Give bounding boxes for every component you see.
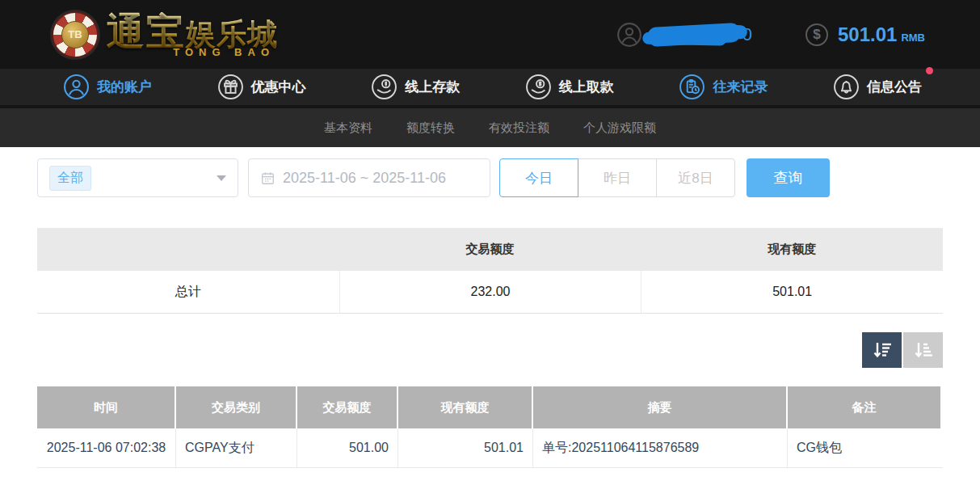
subnav-item-game-limits[interactable]: 个人游戏限额 [583, 120, 656, 136]
logo-text: 通宝娱乐城 TONG BAO [107, 12, 278, 57]
main-navigation: 我的账户 优惠中心 线上存款 线上取款 往来记录 [0, 69, 980, 108]
withdraw-coin-icon [525, 74, 552, 100]
summary-transaction-amount-value: 232.00 [339, 271, 641, 313]
date-range-input[interactable]: 2025-11-06 ~ 2025-11-06 [248, 158, 490, 197]
gift-icon [217, 74, 244, 100]
cell-summary: 单号:202511064115876589 [533, 428, 788, 467]
col-header-type: 交易类别 [176, 386, 297, 428]
cell-time: 2025-11-06 07:02:38 [37, 428, 176, 467]
col-header-summary: 摘要 [533, 386, 788, 428]
summary-header-transaction-amount: 交易额度 [339, 228, 641, 271]
nav-item-promotions[interactable]: 优惠中心 [217, 74, 306, 100]
summary-current-balance-value: 501.01 [641, 271, 943, 313]
col-header-remark: 备注 [788, 386, 940, 428]
quick-range-today-button[interactable]: 今日 [499, 158, 578, 197]
cell-current-balance: 501.01 [398, 428, 533, 467]
summary-table: 交易额度 现有额度 总计 232.00 501.01 [37, 228, 943, 314]
user-account[interactable]: 0 [616, 22, 752, 48]
records-page-content: 全部 2025-11-06 ~ 2025-11-06 今日 昨日 近8日 查询 … [0, 147, 980, 468]
nav-item-my-account[interactable]: 我的账户 [63, 74, 152, 100]
nav-item-deposit[interactable]: 线上存款 [371, 74, 460, 100]
cell-transaction-amount: 501.00 [297, 428, 398, 467]
site-logo[interactable]: TB 通宝娱乐城 TONG BAO [52, 11, 278, 58]
quick-range-yesterday-button[interactable]: 昨日 [578, 158, 657, 197]
subnav-item-valid-bets[interactable]: 有效投注额 [489, 120, 549, 136]
transaction-type-select[interactable]: 全部 [37, 158, 238, 197]
top-header: TB 通宝娱乐城 TONG BAO 0 $ 501.01 RMB [0, 0, 980, 69]
summary-total-row: 总计 232.00 501.01 [37, 271, 943, 314]
cell-type: CGPAY支付 [176, 428, 297, 467]
query-button[interactable]: 查询 [747, 158, 830, 197]
nav-item-withdrawal[interactable]: 线上取款 [525, 74, 614, 100]
nav-item-records[interactable]: 往来记录 [679, 74, 768, 100]
notification-dot [926, 67, 933, 74]
col-header-time: 时间 [37, 386, 176, 428]
deposit-coin-icon [371, 74, 397, 100]
sort-controls [37, 332, 943, 368]
records-clipboard-icon [679, 74, 705, 100]
col-header-current-balance: 现有额度 [398, 386, 533, 428]
chevron-down-icon [217, 175, 226, 181]
chip-monogram: TB [61, 21, 89, 49]
quick-range-group: 今日 昨日 近8日 [499, 158, 735, 197]
records-table-header: 时间 交易类别 交易额度 现有额度 摘要 备注 [37, 386, 943, 428]
calendar-icon [260, 171, 275, 186]
user-icon [616, 22, 642, 48]
records-table: 时间 交易类别 交易额度 现有额度 摘要 备注 2025-11-06 07:02… [37, 386, 943, 468]
sort-ascending-button[interactable] [903, 332, 943, 368]
sort-descending-icon [871, 339, 894, 361]
subnav-item-basic-info[interactable]: 基本资料 [324, 120, 372, 136]
logo-title: 通宝娱乐城 [107, 12, 278, 50]
date-range-value: 2025-11-06 ~ 2025-11-06 [283, 170, 446, 187]
bell-icon [833, 74, 860, 100]
selected-type-chip: 全部 [49, 166, 91, 191]
nav-item-announcements[interactable]: 信息公告 [833, 74, 922, 100]
summary-header-current-balance: 现有额度 [641, 228, 943, 271]
masked-username-scribble [646, 22, 741, 46]
wallet-balance[interactable]: $ 501.01 RMB [805, 23, 925, 46]
summary-total-label: 总计 [37, 271, 339, 313]
summary-table-header: 交易额度 现有额度 [37, 228, 943, 271]
subnav-item-credit-transfer[interactable]: 额度转换 [406, 120, 455, 136]
filter-toolbar: 全部 2025-11-06 ~ 2025-11-06 今日 昨日 近8日 查询 [37, 158, 943, 197]
cell-remark: CG钱包 [788, 428, 940, 467]
sort-ascending-icon [912, 339, 935, 361]
header-right: 0 $ 501.01 RMB [616, 22, 925, 48]
summary-header-blank [37, 228, 339, 271]
col-header-transaction-amount: 交易额度 [297, 386, 398, 428]
table-row: 2025-11-06 07:02:38 CGPAY支付 501.00 501.0… [37, 428, 943, 467]
account-sub-navigation: 基本资料 额度转换 有效投注额 个人游戏限额 [0, 108, 980, 147]
user-circle-icon [63, 74, 90, 100]
poker-chip-logo-icon: TB [52, 11, 99, 58]
balance-currency: RMB [901, 32, 925, 44]
sort-descending-button[interactable] [862, 332, 902, 368]
balance-amount: 501.01 [838, 23, 897, 46]
quick-range-last8days-button[interactable]: 近8日 [656, 158, 735, 197]
dollar-icon: $ [805, 23, 828, 46]
